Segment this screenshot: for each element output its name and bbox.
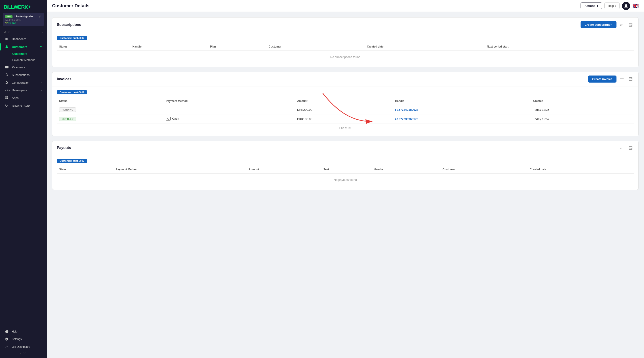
invoices-table: Status Payment Method Amount Handle Crea… [57, 98, 634, 132]
sidebar-item-label: Developers [12, 88, 27, 92]
menu-label: Menu ‹ [0, 28, 46, 35]
no-subscriptions-message: No subscriptions found [57, 51, 634, 64]
filter-sort-icon[interactable] [619, 22, 625, 28]
col-handle: Handle [130, 43, 208, 51]
sidebar-item-old-dashboard[interactable]: ↗ Old Dashboard [1, 343, 45, 351]
sidebar-item-payments[interactable]: Payments › [1, 64, 45, 71]
svg-rect-4 [6, 98, 6, 99]
sidebar-item-customers[interactable]: Customers ▾ [1, 43, 45, 50]
col-payment-method: Payment Method [114, 166, 246, 174]
developers-icon: </> [5, 89, 10, 92]
customers-subnav: Customers Payment Methods [7, 51, 46, 63]
col-next-period: Next period start [484, 43, 634, 51]
svg-rect-5 [7, 98, 8, 99]
invoice-filter-icon[interactable] [619, 76, 625, 82]
sidebar-item-payment-methods[interactable]: Payment Methods [9, 57, 45, 63]
sidebar-bottom: Help Settings › ↗ Old Dashboard v1.3.1 [0, 326, 46, 358]
sidebar-item-settings[interactable]: Settings › [1, 336, 45, 343]
invoice-table-icon[interactable] [628, 76, 634, 82]
sidebar-item-dashboard[interactable]: ⊞ Dashboard [1, 35, 45, 43]
sidebar-item-customers-sub[interactable]: Customers [9, 51, 45, 57]
env-switch-icon[interactable]: ⇄ [39, 14, 42, 18]
subscriptions-title: Subscriptions [57, 23, 81, 27]
invoice-handle[interactable]: i-1677242180027 [393, 105, 531, 114]
svg-rect-3 [7, 96, 8, 98]
payouts-filter-badge[interactable]: Customer: cust-0002 [57, 159, 87, 163]
sidebar-item-developers[interactable]: </> Developers › [1, 87, 45, 94]
col-state: State [57, 166, 114, 174]
create-subscription-button[interactable]: Create subscription [580, 21, 616, 28]
invoice-handle[interactable]: i-1677238968173 [393, 114, 531, 124]
invoice-payment-method [164, 105, 295, 114]
env-name: Liva test guides [14, 15, 34, 18]
payouts-table-icon[interactable] [628, 145, 634, 151]
settings-icon [5, 337, 10, 341]
col-amount: Amount [246, 166, 321, 174]
avatar-button[interactable] [622, 2, 630, 10]
chevron-right-icon: › [615, 4, 616, 8]
chevron-down-icon: ▾ [40, 45, 42, 48]
sidebar-item-label: Billwerk+Sync [12, 104, 30, 108]
col-handle: Handle [393, 98, 531, 105]
col-created: Created [531, 98, 634, 105]
chevron-right-icon: › [41, 81, 42, 84]
sidebar-item-label: Dashboard [12, 37, 26, 41]
sidebar-item-subscriptions[interactable]: Subscriptions [1, 71, 45, 78]
sidebar: BiLLWERK+ TEST Liva test guides ⇄ liva-t… [0, 0, 46, 358]
subscriptions-filter-badge[interactable]: Customer: cust-0002 [57, 36, 87, 40]
invoice-status: SETTLED [57, 114, 164, 124]
page-title: Customer Details [52, 3, 90, 8]
sync-icon: ↻ [5, 104, 10, 108]
invoice-created: Today 12:57 [531, 114, 634, 124]
col-amount: Amount [295, 98, 393, 105]
sidebar-item-label: Old Dashboard [12, 345, 30, 348]
col-status: Status [57, 98, 164, 105]
language-flag[interactable]: 🇬🇧 [632, 3, 638, 9]
sidebar-item-apps[interactable]: Apps [1, 94, 45, 102]
invoice-payment-method: Cash [164, 114, 295, 124]
sidebar-item-label: Help [12, 330, 18, 333]
sidebar-item-help[interactable]: Help [1, 328, 45, 335]
payment-method-cell: Cash [166, 117, 179, 120]
sidebar-item-label: Apps [12, 96, 19, 100]
chevron-down-icon: ▾ [597, 4, 598, 8]
go-live-link[interactable]: Go Live [5, 22, 42, 24]
payments-icon [5, 65, 10, 69]
sidebar-item-billwerk-sync[interactable]: ↻ Billwerk+Sync [1, 102, 45, 110]
help-button[interactable]: Help › [604, 2, 620, 9]
actions-button[interactable]: Actions ▾ [580, 2, 602, 9]
sidebar-item-label: Subscriptions [12, 73, 30, 77]
svg-rect-0 [5, 66, 9, 68]
payouts-header-actions [619, 145, 634, 151]
sidebar-item-label: Payment Methods [12, 58, 35, 62]
env-sub: liva-test-guides- [5, 19, 42, 22]
subscriptions-header: Subscriptions Create subscription [52, 18, 638, 32]
apps-icon [5, 96, 10, 100]
chevron-right-icon: › [41, 89, 42, 92]
subscriptions-table: Status Handle Plan Customer Created date… [57, 43, 634, 63]
sidebar-item-label: Settings [12, 338, 22, 341]
payouts-filter-icon[interactable] [619, 145, 625, 151]
logo-plus: + [28, 4, 31, 10]
invoices-filter-badge[interactable]: Customer: cust-0002 [57, 90, 87, 94]
subscriptions-body: Customer: cust-0002 Status Handle Plan C… [52, 32, 638, 67]
create-invoice-button[interactable]: Create invoice [588, 76, 616, 82]
payouts-section: Payouts Customer: cust-0002 State [52, 141, 638, 190]
col-created-date: Created date [528, 166, 634, 174]
active-indicator [0, 43, 1, 50]
customers-icon [5, 45, 10, 49]
table-view-icon[interactable] [628, 22, 634, 28]
sidebar-item-configuration[interactable]: Configuration › [1, 79, 45, 86]
status-badge: SETTLED [59, 117, 76, 121]
sidebar-item-label: Customers [12, 45, 27, 49]
col-customer: Customer [266, 43, 364, 51]
chevron-right-icon: › [41, 66, 42, 69]
sidebar-item-label: Customers [12, 52, 27, 56]
menu-collapse-icon[interactable]: ‹ [42, 30, 43, 34]
dashboard-icon: ⊞ [5, 37, 10, 41]
col-payment-method: Payment Method [164, 98, 295, 105]
invoices-body: Customer: cust-0002 Status Payment M [52, 86, 638, 136]
invoices-title: Invoices [57, 77, 72, 81]
no-payouts-message: No payouts found [57, 174, 634, 186]
logo-text: BiLLWERK [4, 4, 28, 10]
